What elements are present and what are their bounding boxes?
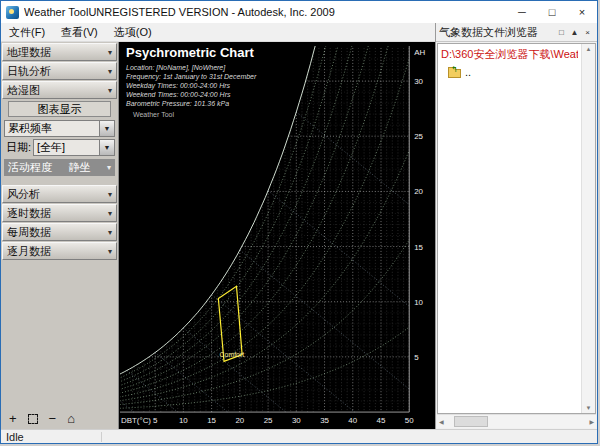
current-path[interactable]: D:\360安全浏览器下载\Weathe [441,47,578,62]
svg-text:Comfort: Comfort [220,351,245,358]
pin-panel-icon[interactable]: ▲ [568,28,581,37]
panel-title: 气象数据文件浏览器 [439,25,555,40]
activity-value: 静坐 [68,160,90,175]
sidebar-item-label: 焓湿图 [7,83,40,98]
sidebar-item-label: 每周数据 [7,225,51,240]
svg-text:30: 30 [414,77,423,86]
close-panel-icon[interactable]: × [581,28,594,37]
svg-text:35: 35 [320,416,329,425]
chevron-down-icon: ▾ [107,163,111,172]
chevron-down-icon[interactable]: ▼ [99,121,114,136]
svg-text:20: 20 [235,416,244,425]
svg-text:30: 30 [292,416,301,425]
svg-text:DBT(°C): DBT(°C) [121,416,151,425]
file-list: D:\360安全浏览器下载\Weathe .. [438,44,581,413]
svg-text:10: 10 [179,416,188,425]
scroll-left-icon[interactable]: ◀ [439,418,444,425]
menubar: 文件(F) 查看(V) 选项(O) [1,23,435,42]
chevron-down-icon: ▾ [108,247,112,256]
sidebar-item-label: 地理数据 [7,45,51,60]
svg-text:45: 45 [377,416,386,425]
zoom-out-icon[interactable]: − [49,412,57,425]
chart-display-button[interactable]: 图表显示 [8,101,111,117]
sidebar-item-wind-analysis[interactable]: 风分析 ▾ [2,185,117,203]
zoom-in-icon[interactable]: + [9,412,17,425]
date-label: 日期: [4,140,33,155]
sidebar-item-monthly-data[interactable]: 逐月数据 ▾ [2,242,117,260]
sidebar-spacer [2,178,117,185]
chevron-down-icon: ▾ [108,190,112,199]
frequency-select[interactable]: 累积频率 ▼ [4,120,115,137]
svg-text:25: 25 [264,416,273,425]
sidebar-item-sunpath-analysis[interactable]: 日轨分析 ▾ [2,62,117,80]
date-select[interactable]: [全年] ▼ [33,139,115,156]
chevron-down-icon[interactable]: ▼ [99,140,114,155]
scroll-up-icon[interactable]: ▲ [586,46,592,52]
svg-text:15: 15 [414,243,423,252]
main-area: 文件(F) 查看(V) 选项(O) 地理数据 ▾ 日轨分析 ▾ 焓湿图 [1,23,597,429]
status-text: Idle [1,431,101,443]
sidebar-item-label: 风分析 [7,187,40,202]
chevron-down-icon: ▾ [108,48,112,57]
svg-text:40: 40 [348,416,357,425]
chevron-down-icon: ▾ [108,67,112,76]
chevron-down-icon: ▾ [108,209,112,218]
svg-text:50: 50 [405,416,414,425]
panel-header: 气象数据文件浏览器 □ ▲ × [436,23,597,42]
sidebar: 地理数据 ▾ 日轨分析 ▾ 焓湿图 ▾ 图表显示 累积频率 ▼ [1,42,119,429]
weather-file-browser-panel: 气象数据文件浏览器 □ ▲ × D:\360安全浏览器下载\Weathe .. … [435,23,597,429]
svg-text:20: 20 [414,187,423,196]
frequency-value: 累积频率 [5,121,99,136]
content-area: 地理数据 ▾ 日轨分析 ▾ 焓湿图 ▾ 图表显示 累积频率 ▼ [1,42,435,429]
fit-extent-icon[interactable] [28,414,38,424]
sidebar-item-psychrometric[interactable]: 焓湿图 ▾ [2,81,117,99]
folder-up-item[interactable]: .. [441,66,578,78]
home-icon[interactable]: ⌂ [67,412,75,425]
menu-view[interactable]: 查看(V) [53,25,106,40]
scroll-right-icon[interactable]: ▶ [589,418,594,425]
sidebar-item-geographic-data[interactable]: 地理数据 ▾ [2,43,117,61]
close-button[interactable]: × [567,1,597,23]
sidebar-item-weekly-data[interactable]: 每周数据 ▾ [2,223,117,241]
chevron-down-icon: ▾ [108,86,112,95]
chevron-down-icon: ▾ [108,228,112,237]
app-window: Weather ToolUNREGISTERED VERSION - Autod… [0,0,598,444]
file-browser-body: D:\360安全浏览器下载\Weathe .. ▲ ▼ [437,43,596,414]
statusbar: Idle [1,429,597,443]
app-icon [6,6,19,19]
sidebar-item-hourly-data[interactable]: 逐时数据 ▾ [2,204,117,222]
svg-text:AH: AH [414,48,425,57]
menu-options[interactable]: 选项(O) [106,25,160,40]
psychrometric-chart[interactable]: Comfort5101520253035404550DBT(°C)5101520… [119,42,435,429]
window-title: Weather ToolUNREGISTERED VERSION - Autod… [24,6,507,18]
activity-level-row[interactable]: 活动程度 静坐 ▾ [4,159,115,176]
zoom-toolbar: + − ⌂ [2,408,117,426]
horizontal-scrollbar[interactable]: ◀ ▶ [437,414,596,428]
menu-file[interactable]: 文件(F) [1,25,53,40]
date-row: 日期: [全年] ▼ [4,139,115,156]
sidebar-item-label: 逐时数据 [7,206,51,221]
minimize-button[interactable]: ─ [507,1,537,23]
float-panel-icon[interactable]: □ [555,28,568,37]
scroll-down-icon[interactable]: ▼ [586,405,592,411]
svg-text:25: 25 [414,132,423,141]
folder-up-label: .. [465,66,471,78]
sidebar-item-label: 逐月数据 [7,244,51,259]
sidebar-item-label: 日轨分析 [7,64,51,79]
svg-text:5: 5 [153,416,158,425]
svg-text:5: 5 [414,353,419,362]
psychrometric-svg: Comfort5101520253035404550DBT(°C)5101520… [119,42,435,429]
svg-text:10: 10 [414,298,423,307]
activity-label: 活动程度 [8,160,52,175]
maximize-button[interactable]: □ [537,1,567,23]
left-column: 文件(F) 查看(V) 选项(O) 地理数据 ▾ 日轨分析 ▾ 焓湿图 [1,23,435,429]
vertical-scrollbar[interactable]: ▲ ▼ [581,44,595,413]
svg-text:15: 15 [207,416,216,425]
folder-up-icon [448,69,461,78]
date-value: [全年] [34,140,99,155]
scrollbar-thumb[interactable] [454,416,488,427]
titlebar: Weather ToolUNREGISTERED VERSION - Autod… [1,1,597,23]
status-separator [101,432,102,442]
